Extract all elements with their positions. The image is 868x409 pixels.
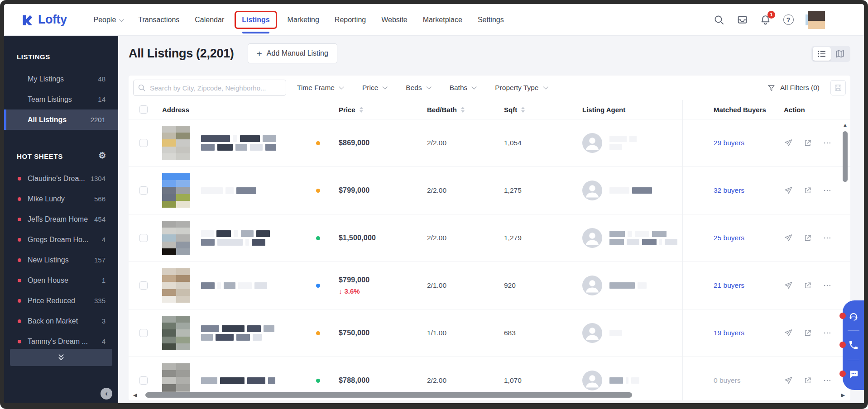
time-frame-dropdown[interactable]: Time Frame — [297, 84, 342, 92]
hotsheets-expand-button[interactable] — [10, 349, 112, 366]
sidebar-collapse-button[interactable]: ‹ — [101, 388, 112, 399]
row-checkbox[interactable] — [139, 234, 148, 242]
row-checkbox[interactable] — [139, 329, 148, 337]
matched-buyers-link[interactable]: 29 buyers — [714, 139, 744, 147]
add-manual-listing-button[interactable]: + Add Manual Listing — [248, 43, 337, 63]
send-listing-button[interactable] — [784, 138, 793, 147]
row-checkbox[interactable] — [139, 186, 148, 195]
open-listing-button[interactable] — [803, 233, 812, 243]
row-checkbox[interactable] — [139, 139, 148, 147]
open-listing-button[interactable] — [803, 186, 812, 195]
hotsheet-item-claudines-dream[interactable]: Claudine's Drea...1304 — [4, 168, 118, 189]
search-icon[interactable] — [713, 14, 725, 26]
hotsheet-item-new-listings[interactable]: New Listings157 — [4, 250, 118, 270]
property-type-dropdown[interactable]: Property Type — [495, 84, 546, 92]
more-actions-button[interactable] — [823, 233, 832, 243]
sort-icon[interactable] — [360, 107, 363, 113]
row-checkbox[interactable] — [139, 281, 148, 290]
list-view-button[interactable] — [813, 47, 831, 61]
column-sqft[interactable]: Sqft — [504, 106, 582, 114]
hotsheet-item-back-on-market[interactable]: Back on Market3 — [4, 311, 118, 331]
more-actions-button[interactable] — [823, 138, 832, 147]
send-listing-button[interactable] — [784, 186, 793, 195]
baths-dropdown[interactable]: Baths — [450, 84, 475, 92]
matched-buyers-link[interactable]: 21 buyers — [714, 281, 744, 289]
paper-plane-icon — [784, 281, 793, 290]
open-listing-button[interactable] — [803, 376, 812, 385]
more-actions-button[interactable] — [823, 186, 832, 195]
nav-marketplace[interactable]: Marketplace — [415, 16, 470, 24]
horizontal-scroll-thumb[interactable] — [145, 392, 632, 398]
send-listing-button[interactable] — [784, 328, 793, 338]
open-listing-button[interactable] — [803, 328, 812, 338]
vertical-scroll-thumb[interactable] — [843, 131, 848, 182]
gear-icon[interactable]: ⚙ — [98, 151, 106, 160]
lofty-logo[interactable]: Lofty — [21, 13, 67, 27]
map-view-button[interactable] — [831, 47, 849, 61]
nav-marketing[interactable]: Marketing — [280, 16, 327, 24]
column-price[interactable]: Price — [339, 106, 427, 114]
vertical-scrollbar[interactable]: ▲ — [842, 123, 848, 182]
nav-settings[interactable]: Settings — [470, 16, 512, 24]
floating-contact-widget — [843, 300, 864, 390]
row-checkbox[interactable] — [139, 376, 148, 385]
support-chat-button[interactable] — [847, 310, 860, 323]
listing-thumbnail[interactable] — [162, 126, 190, 160]
search-input[interactable] — [133, 80, 286, 96]
all-filters-button[interactable]: All Filters (0) — [767, 84, 820, 92]
nav-transactions[interactable]: Transactions — [130, 16, 187, 24]
horizontal-scroll-track[interactable] — [141, 392, 837, 398]
user-avatar[interactable] — [806, 11, 825, 29]
hotsheet-item-gregs-dream-home[interactable]: Gregs Dream Ho...4 — [4, 229, 118, 250]
price-dropdown[interactable]: Price — [362, 84, 386, 92]
save-filter-button[interactable] — [830, 80, 846, 95]
sidebar-item-team-listings[interactable]: Team Listings14 — [4, 89, 118, 109]
sidebar-listings-list: My Listings48 Team Listings14 All Listin… — [4, 69, 118, 130]
main-content: All Listings (2,201) + Add Manual Listin… — [118, 36, 864, 403]
nav-website[interactable]: Website — [374, 16, 415, 24]
sidebar-item-all-listings[interactable]: All Listings2201 — [4, 109, 118, 130]
send-listing-button[interactable] — [784, 281, 793, 290]
scroll-up-arrow[interactable]: ▲ — [843, 123, 848, 128]
hotsheet-item-price-reduced[interactable]: Price Reduced335 — [4, 290, 118, 311]
nav-listings[interactable]: Listings — [242, 16, 269, 24]
table-body: $869,000 2/2.00 1,054 29 buyers — [129, 119, 850, 400]
nav-reporting[interactable]: Reporting — [327, 16, 374, 24]
inbox-tray-icon[interactable] — [736, 14, 748, 26]
help-icon[interactable]: ? — [782, 14, 794, 26]
sidebar-item-my-listings[interactable]: My Listings48 — [4, 69, 118, 89]
send-listing-button[interactable] — [784, 233, 793, 243]
matched-buyers-link[interactable]: 25 buyers — [714, 234, 744, 242]
filter-bar: Time Frame Price Beds Baths Property Typ… — [129, 76, 850, 100]
listing-address-redacted — [201, 323, 274, 342]
more-actions-button[interactable] — [823, 328, 832, 338]
table-header: Address Price Bed/Bath Sqft Listing Agen… — [129, 100, 850, 119]
sort-icon[interactable] — [521, 107, 525, 113]
call-button[interactable] — [847, 339, 860, 352]
send-listing-button[interactable] — [784, 376, 793, 385]
open-listing-button[interactable] — [803, 281, 812, 290]
column-bedbath[interactable]: Bed/Bath — [427, 106, 504, 114]
notifications-bell-icon[interactable]: 1 — [759, 14, 771, 26]
open-listing-button[interactable] — [803, 138, 812, 147]
listing-thumbnail[interactable] — [162, 268, 190, 303]
more-actions-button[interactable] — [823, 281, 832, 290]
hotsheet-item-jeffs-dream-home[interactable]: Jeffs Dream Home454 — [4, 209, 118, 229]
listing-thumbnail[interactable] — [162, 221, 190, 255]
scroll-left-arrow[interactable]: ◀ — [133, 393, 137, 398]
matched-buyers-link[interactable]: 32 buyers — [714, 186, 744, 194]
more-actions-button[interactable] — [823, 376, 832, 385]
select-all-checkbox[interactable] — [139, 105, 148, 114]
listing-thumbnail[interactable] — [162, 316, 190, 350]
scroll-right-arrow[interactable]: ▶ — [841, 393, 845, 398]
message-button[interactable] — [847, 368, 860, 380]
listing-thumbnail[interactable] — [162, 173, 190, 208]
nav-calendar[interactable]: Calendar — [187, 16, 232, 24]
hotsheet-item-mike-lundy[interactable]: Mike Lundy566 — [4, 189, 118, 209]
matched-buyers-link[interactable]: 19 buyers — [714, 329, 744, 337]
hotsheet-item-open-house[interactable]: Open House1 — [4, 270, 118, 290]
beds-dropdown[interactable]: Beds — [406, 84, 429, 92]
sort-icon[interactable] — [461, 107, 465, 113]
nav-people[interactable]: People — [86, 16, 130, 24]
horizontal-scrollbar[interactable]: ◀ ▶ — [133, 392, 845, 398]
